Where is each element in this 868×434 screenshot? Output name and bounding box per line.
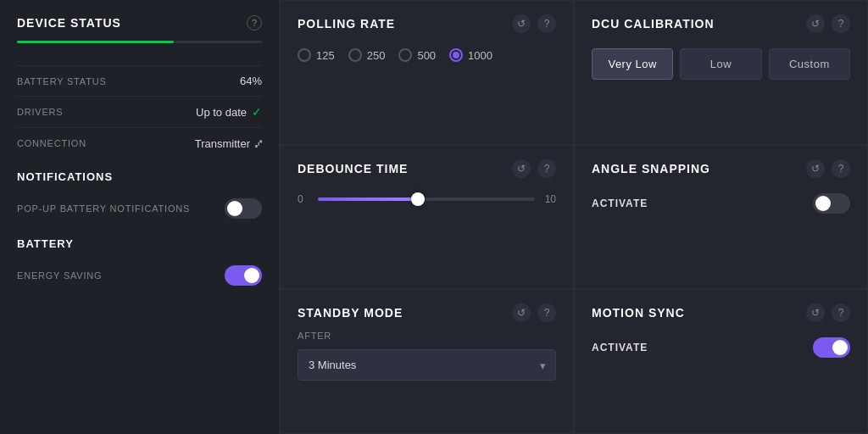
- radio-circle-125: [298, 48, 311, 62]
- debounce-time-help-icon[interactable]: ?: [537, 159, 556, 178]
- polling-rate-card: POLLING RATE ↺ ? 125 250 500: [280, 0, 574, 145]
- connection-row: CONNECTION Transmitter ⑇: [17, 127, 262, 159]
- angle-snapping-actions: ↺ ?: [806, 159, 850, 178]
- polling-rate-reset-icon[interactable]: ↺: [512, 14, 531, 33]
- dcu-calibration-title: DCU CALIBRATION: [592, 17, 715, 31]
- polling-rate-500[interactable]: 500: [398, 48, 436, 62]
- battery-bar-track: [17, 41, 262, 43]
- device-status-help-icon[interactable]: ?: [247, 15, 262, 31]
- radio-circle-250: [348, 48, 362, 62]
- motion-sync-toggle[interactable]: [813, 337, 850, 358]
- battery-status-value: 64%: [240, 75, 262, 87]
- usb-icon: ⑇: [255, 136, 262, 150]
- polling-rate-header: POLLING RATE ↺ ?: [298, 14, 556, 33]
- angle-snapping-title: ANGLE SNAPPING: [592, 162, 710, 175]
- standby-mode-actions: ↺ ?: [512, 303, 556, 322]
- energy-saving-row: ENERGY SAVING: [17, 259, 262, 292]
- radio-circle-500: [398, 48, 412, 62]
- dcu-calibration-reset-icon[interactable]: ↺: [806, 14, 825, 33]
- connection-value: Transmitter ⑇: [195, 136, 262, 150]
- debounce-time-card: DEBOUNCE TIME ↺ ? 0 10: [280, 145, 574, 290]
- standby-mode-after-label: AFTER: [298, 331, 556, 341]
- popup-notif-row: POP-UP BATTERY NOTIFICATIONS: [17, 192, 262, 225]
- energy-saving-toggle[interactable]: [225, 265, 262, 286]
- angle-snapping-toggle[interactable]: [813, 193, 850, 214]
- standby-mode-card: STANDBY MODE ↺ ? AFTER 1 Minute 2 Minute…: [280, 289, 574, 434]
- debounce-time-actions: ↺ ?: [512, 159, 556, 178]
- standby-mode-reset-icon[interactable]: ↺: [512, 303, 531, 322]
- motion-sync-title: MOTION SYNC: [592, 306, 685, 320]
- radio-label-1000: 1000: [468, 49, 492, 62]
- battery-status-row: BATTERY STATUS 64%: [17, 65, 262, 96]
- notifications-title: NOTIFICATIONS: [17, 159, 262, 192]
- standby-mode-help-icon[interactable]: ?: [537, 303, 556, 322]
- dcu-calibration-card: DCU CALIBRATION ↺ ? Very Low Low Custom: [574, 0, 868, 145]
- debounce-time-title: DEBOUNCE TIME: [298, 162, 408, 175]
- motion-sync-help-icon[interactable]: ?: [832, 303, 850, 322]
- dcu-calibration-buttons: Very Low Low Custom: [592, 42, 850, 86]
- connection-label: CONNECTION: [17, 138, 86, 148]
- drivers-row: DRIVERS Up to date ✓: [17, 96, 262, 127]
- battery-title: BATTERY: [17, 225, 262, 259]
- angle-snapping-card: ANGLE SNAPPING ↺ ? ACTIVATE: [574, 145, 868, 290]
- motion-sync-reset-icon[interactable]: ↺: [806, 303, 825, 322]
- debounce-max-label: 10: [545, 193, 556, 205]
- motion-sync-header: MOTION SYNC ↺ ?: [592, 303, 850, 322]
- debounce-slider-thumb[interactable]: [411, 192, 425, 206]
- debounce-slider-track[interactable]: [318, 198, 535, 201]
- popup-notif-thumb: [227, 201, 242, 216]
- angle-snapping-reset-icon[interactable]: ↺: [806, 159, 825, 178]
- dcu-calibration-actions: ↺ ?: [806, 14, 850, 33]
- standby-mode-select-container: 1 Minute 2 Minutes 3 Minutes 5 Minutes 1…: [298, 349, 556, 381]
- angle-snapping-activate-row: ACTIVATE: [592, 186, 850, 220]
- debounce-slider-container: 0 10: [298, 186, 556, 212]
- dcu-btn-very-low[interactable]: Very Low: [592, 48, 673, 80]
- radio-label-250: 250: [367, 49, 386, 62]
- dcu-calibration-header: DCU CALIBRATION ↺ ?: [592, 14, 850, 33]
- energy-saving-label: ENERGY SAVING: [17, 270, 102, 281]
- left-panel: DEVICE STATUS ? BATTERY STATUS 64% DRIVE…: [0, 0, 280, 434]
- motion-sync-card: MOTION SYNC ↺ ? ACTIVATE: [574, 289, 868, 434]
- device-status-title: DEVICE STATUS: [17, 16, 121, 30]
- standby-mode-title: STANDBY MODE: [298, 306, 403, 320]
- popup-notif-toggle[interactable]: [225, 198, 262, 219]
- polling-rate-1000[interactable]: 1000: [449, 48, 492, 62]
- standby-mode-select[interactable]: 1 Minute 2 Minutes 3 Minutes 5 Minutes 1…: [298, 349, 556, 381]
- angle-snapping-help-icon[interactable]: ?: [832, 159, 850, 178]
- polling-rate-options: 125 250 500 1000: [298, 42, 556, 69]
- radio-circle-1000: [449, 48, 463, 62]
- motion-sync-activate-row: ACTIVATE: [592, 331, 850, 364]
- motion-sync-actions: ↺ ?: [806, 303, 850, 322]
- battery-bar-fill: [17, 41, 174, 43]
- energy-saving-thumb: [244, 268, 259, 283]
- angle-snapping-thumb: [815, 196, 831, 211]
- drivers-label: DRIVERS: [17, 107, 64, 117]
- device-status-header: DEVICE STATUS ?: [17, 15, 262, 31]
- debounce-time-reset-icon[interactable]: ↺: [512, 159, 531, 178]
- motion-sync-activate-label: ACTIVATE: [592, 342, 648, 353]
- angle-snapping-activate-label: ACTIVATE: [592, 198, 648, 209]
- popup-notif-label: POP-UP BATTERY NOTIFICATIONS: [17, 203, 190, 214]
- polling-rate-125[interactable]: 125: [298, 48, 335, 62]
- polling-rate-actions: ↺ ?: [512, 14, 556, 33]
- drivers-value: Up to date ✓: [196, 105, 262, 119]
- angle-snapping-header: ANGLE SNAPPING ↺ ?: [592, 159, 850, 178]
- main-area: POLLING RATE ↺ ? 125 250 500: [280, 0, 868, 434]
- polling-rate-250[interactable]: 250: [348, 48, 386, 62]
- battery-bar-container: [17, 41, 262, 52]
- radio-label-500: 500: [417, 49, 436, 62]
- dcu-btn-custom[interactable]: Custom: [769, 48, 850, 80]
- debounce-slider-fill: [318, 198, 415, 201]
- radio-inner-1000: [453, 52, 459, 58]
- polling-rate-title: POLLING RATE: [298, 17, 395, 31]
- debounce-time-header: DEBOUNCE TIME ↺ ?: [298, 159, 556, 178]
- debounce-min-label: 0: [298, 193, 308, 205]
- drivers-check-icon: ✓: [252, 105, 262, 119]
- radio-label-125: 125: [316, 49, 335, 62]
- dcu-calibration-help-icon[interactable]: ?: [832, 14, 850, 33]
- polling-rate-help-icon[interactable]: ?: [537, 14, 556, 33]
- battery-status-label: BATTERY STATUS: [17, 76, 107, 86]
- standby-mode-header: STANDBY MODE ↺ ?: [298, 303, 556, 322]
- dcu-btn-low[interactable]: Low: [680, 48, 761, 80]
